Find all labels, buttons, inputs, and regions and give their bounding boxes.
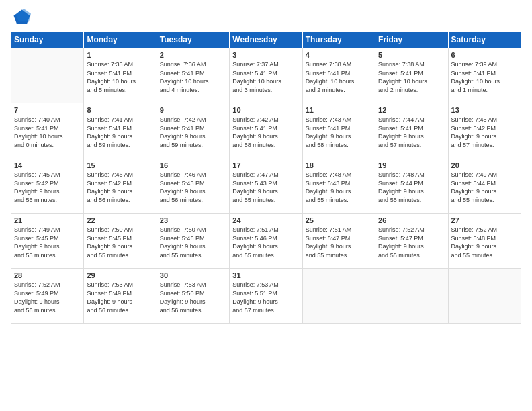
cell-w4-d5 bbox=[375, 269, 448, 324]
cell-content: Sunrise: 7:45 AMSunset: 5:42 PMDaylight:… bbox=[451, 116, 518, 149]
cell-w1-d0: 7Sunrise: 7:40 AMSunset: 5:41 PMDaylight… bbox=[11, 103, 84, 158]
cell-w1-d2: 9Sunrise: 7:42 AMSunset: 5:41 PMDaylight… bbox=[157, 103, 229, 158]
cell-content: Sunrise: 7:43 AMSunset: 5:41 PMDaylight:… bbox=[306, 116, 372, 149]
header bbox=[11, 7, 521, 27]
cell-content: Sunrise: 7:45 AMSunset: 5:42 PMDaylight:… bbox=[14, 171, 81, 204]
cell-w3-d6: 27Sunrise: 7:52 AMSunset: 5:48 PMDayligh… bbox=[448, 214, 521, 269]
day-number: 31 bbox=[232, 271, 299, 279]
cell-w0-d1: 1Sunrise: 7:35 AMSunset: 5:41 PMDaylight… bbox=[84, 48, 157, 103]
cell-w2-d1: 15Sunrise: 7:46 AMSunset: 5:42 PMDayligh… bbox=[84, 158, 157, 214]
col-header-wednesday: Wednesday bbox=[230, 32, 302, 48]
cell-content: Sunrise: 7:49 AMSunset: 5:45 PMDaylight:… bbox=[14, 226, 81, 259]
day-number: 19 bbox=[378, 161, 445, 169]
cell-w0-d3: 3Sunrise: 7:37 AMSunset: 5:41 PMDaylight… bbox=[230, 48, 302, 103]
logo bbox=[11, 7, 34, 27]
cell-content: Sunrise: 7:39 AMSunset: 5:41 PMDaylight:… bbox=[451, 60, 518, 94]
cell-content: Sunrise: 7:51 AMSunset: 5:47 PMDaylight:… bbox=[306, 226, 372, 259]
cell-content: Sunrise: 7:53 AMSunset: 5:49 PMDaylight:… bbox=[87, 281, 153, 314]
cell-w2-d2: 16Sunrise: 7:46 AMSunset: 5:43 PMDayligh… bbox=[157, 158, 229, 214]
day-number: 8 bbox=[87, 106, 153, 114]
cell-content: Sunrise: 7:35 AMSunset: 5:41 PMDaylight:… bbox=[87, 60, 153, 94]
cell-content: Sunrise: 7:51 AMSunset: 5:46 PMDaylight:… bbox=[232, 226, 299, 259]
cell-w3-d1: 22Sunrise: 7:50 AMSunset: 5:45 PMDayligh… bbox=[84, 214, 157, 269]
day-number: 10 bbox=[232, 106, 299, 114]
cell-content: Sunrise: 7:53 AMSunset: 5:51 PMDaylight:… bbox=[232, 281, 299, 314]
day-number: 9 bbox=[160, 106, 226, 114]
day-number: 16 bbox=[160, 161, 226, 169]
week-row-0: 1Sunrise: 7:35 AMSunset: 5:41 PMDaylight… bbox=[11, 48, 521, 103]
cell-content: Sunrise: 7:38 AMSunset: 5:41 PMDaylight:… bbox=[306, 60, 372, 94]
cell-w3-d2: 23Sunrise: 7:50 AMSunset: 5:46 PMDayligh… bbox=[157, 214, 229, 269]
cell-w0-d2: 2Sunrise: 7:36 AMSunset: 5:41 PMDaylight… bbox=[157, 48, 229, 103]
cell-w1-d3: 10Sunrise: 7:42 AMSunset: 5:41 PMDayligh… bbox=[230, 103, 302, 158]
cell-content: Sunrise: 7:47 AMSunset: 5:43 PMDaylight:… bbox=[232, 171, 299, 204]
day-number: 23 bbox=[160, 216, 226, 224]
day-number: 12 bbox=[378, 106, 445, 114]
day-number: 28 bbox=[14, 271, 81, 279]
cell-w4-d2: 30Sunrise: 7:53 AMSunset: 5:50 PMDayligh… bbox=[157, 269, 229, 324]
day-number: 14 bbox=[14, 161, 81, 169]
logo-icon bbox=[11, 7, 31, 27]
day-number: 15 bbox=[87, 161, 153, 169]
cell-content: Sunrise: 7:50 AMSunset: 5:46 PMDaylight:… bbox=[160, 226, 226, 259]
cell-content: Sunrise: 7:42 AMSunset: 5:41 PMDaylight:… bbox=[232, 116, 299, 149]
cell-content: Sunrise: 7:52 AMSunset: 5:47 PMDaylight:… bbox=[378, 226, 445, 259]
week-row-3: 21Sunrise: 7:49 AMSunset: 5:45 PMDayligh… bbox=[11, 214, 521, 269]
cell-w3-d4: 25Sunrise: 7:51 AMSunset: 5:47 PMDayligh… bbox=[302, 214, 375, 269]
col-header-saturday: Saturday bbox=[448, 32, 521, 48]
cell-content: Sunrise: 7:46 AMSunset: 5:42 PMDaylight:… bbox=[87, 171, 153, 204]
cell-w0-d4: 4Sunrise: 7:38 AMSunset: 5:41 PMDaylight… bbox=[302, 48, 375, 103]
cell-w3-d3: 24Sunrise: 7:51 AMSunset: 5:46 PMDayligh… bbox=[230, 214, 302, 269]
day-number: 17 bbox=[232, 161, 299, 169]
week-row-1: 7Sunrise: 7:40 AMSunset: 5:41 PMDaylight… bbox=[11, 103, 521, 158]
cell-w0-d5: 5Sunrise: 7:38 AMSunset: 5:41 PMDaylight… bbox=[375, 48, 448, 103]
cell-content: Sunrise: 7:46 AMSunset: 5:43 PMDaylight:… bbox=[160, 171, 226, 204]
cell-w1-d5: 12Sunrise: 7:44 AMSunset: 5:41 PMDayligh… bbox=[375, 103, 448, 158]
page: SundayMondayTuesdayWednesdayThursdayFrid… bbox=[0, 0, 532, 411]
day-number: 18 bbox=[306, 161, 372, 169]
cell-w4-d6 bbox=[448, 269, 521, 324]
week-row-4: 28Sunrise: 7:52 AMSunset: 5:49 PMDayligh… bbox=[11, 269, 521, 324]
col-header-sunday: Sunday bbox=[11, 32, 84, 48]
day-number: 22 bbox=[87, 216, 153, 224]
col-header-tuesday: Tuesday bbox=[157, 32, 229, 48]
day-number: 26 bbox=[378, 216, 445, 224]
week-row-2: 14Sunrise: 7:45 AMSunset: 5:42 PMDayligh… bbox=[11, 158, 521, 214]
day-number: 6 bbox=[451, 51, 518, 59]
col-header-friday: Friday bbox=[375, 32, 448, 48]
cell-content: Sunrise: 7:48 AMSunset: 5:43 PMDaylight:… bbox=[306, 171, 372, 204]
day-number: 27 bbox=[451, 216, 518, 224]
day-number: 1 bbox=[87, 51, 153, 59]
cell-w0-d6: 6Sunrise: 7:39 AMSunset: 5:41 PMDaylight… bbox=[448, 48, 521, 103]
day-number: 3 bbox=[232, 51, 299, 59]
header-row: SundayMondayTuesdayWednesdayThursdayFrid… bbox=[11, 32, 521, 48]
day-number: 4 bbox=[306, 51, 372, 59]
cell-content: Sunrise: 7:36 AMSunset: 5:41 PMDaylight:… bbox=[160, 60, 226, 94]
cell-w2-d5: 19Sunrise: 7:48 AMSunset: 5:44 PMDayligh… bbox=[375, 158, 448, 214]
day-number: 25 bbox=[306, 216, 372, 224]
cell-w2-d4: 18Sunrise: 7:48 AMSunset: 5:43 PMDayligh… bbox=[302, 158, 375, 214]
cell-w2-d0: 14Sunrise: 7:45 AMSunset: 5:42 PMDayligh… bbox=[11, 158, 84, 214]
cell-content: Sunrise: 7:41 AMSunset: 5:41 PMDaylight:… bbox=[87, 116, 153, 149]
col-header-thursday: Thursday bbox=[302, 32, 375, 48]
cell-w1-d6: 13Sunrise: 7:45 AMSunset: 5:42 PMDayligh… bbox=[448, 103, 521, 158]
day-number: 11 bbox=[306, 106, 372, 114]
cell-content: Sunrise: 7:44 AMSunset: 5:41 PMDaylight:… bbox=[378, 116, 445, 149]
day-number: 7 bbox=[14, 106, 81, 114]
cell-w0-d0 bbox=[11, 48, 84, 103]
svg-marker-1 bbox=[16, 9, 32, 22]
cell-content: Sunrise: 7:50 AMSunset: 5:45 PMDaylight:… bbox=[87, 226, 153, 259]
day-number: 2 bbox=[160, 51, 226, 59]
cell-content: Sunrise: 7:53 AMSunset: 5:50 PMDaylight:… bbox=[160, 281, 226, 314]
cell-content: Sunrise: 7:52 AMSunset: 5:48 PMDaylight:… bbox=[451, 226, 518, 259]
day-number: 13 bbox=[451, 106, 518, 114]
cell-w4-d3: 31Sunrise: 7:53 AMSunset: 5:51 PMDayligh… bbox=[230, 269, 302, 324]
cell-w4-d4 bbox=[302, 269, 375, 324]
cell-content: Sunrise: 7:42 AMSunset: 5:41 PMDaylight:… bbox=[160, 116, 226, 149]
cell-w3-d0: 21Sunrise: 7:49 AMSunset: 5:45 PMDayligh… bbox=[11, 214, 84, 269]
cell-w3-d5: 26Sunrise: 7:52 AMSunset: 5:47 PMDayligh… bbox=[375, 214, 448, 269]
cell-content: Sunrise: 7:40 AMSunset: 5:41 PMDaylight:… bbox=[14, 116, 81, 149]
cell-content: Sunrise: 7:52 AMSunset: 5:49 PMDaylight:… bbox=[14, 281, 81, 314]
day-number: 20 bbox=[451, 161, 518, 169]
cell-content: Sunrise: 7:38 AMSunset: 5:41 PMDaylight:… bbox=[378, 60, 445, 94]
